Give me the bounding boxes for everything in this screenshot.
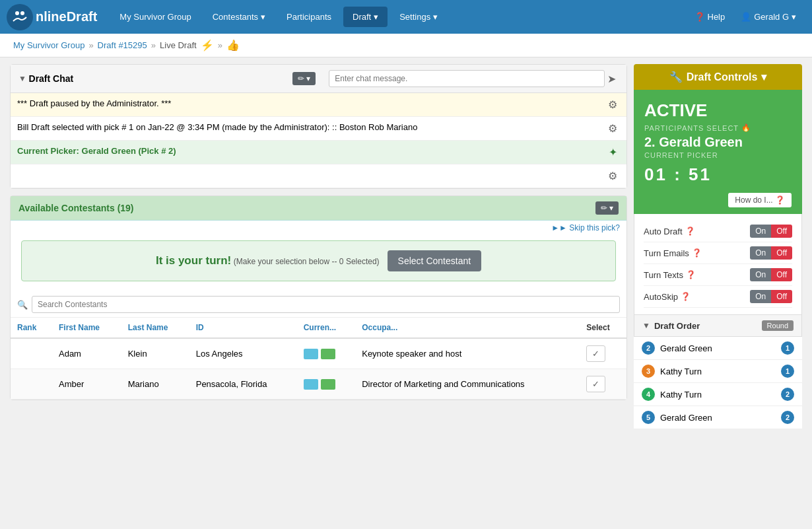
help-icon[interactable]: ❓ xyxy=(681,292,691,301)
draft-order-item: 2 Gerald Green 1 xyxy=(634,337,802,360)
round-badge: Round xyxy=(762,320,794,331)
message-settings-button[interactable]: ⚙ xyxy=(605,122,620,135)
chat-toolbar: ✏ ▾ xyxy=(292,72,316,85)
draft-controls-header[interactable]: 🔧 Draft Controls ▾ xyxy=(634,64,802,90)
search-input[interactable] xyxy=(32,296,620,313)
order-name: Gerald Green xyxy=(660,413,781,423)
autoskip-label: AutoSkip ❓ xyxy=(644,292,750,302)
fire-icon: 🔥 xyxy=(741,123,751,132)
col-id[interactable]: ID xyxy=(189,318,297,338)
order-num-2: 2 xyxy=(642,341,655,355)
chat-message-text: Bill Draft selected with pick # 1 on Jan… xyxy=(17,122,605,132)
help-button[interactable]: ❓ Help xyxy=(694,12,725,22)
nav-draft[interactable]: Draft ▾ xyxy=(343,7,388,27)
cell-id: Pensacola, Florida xyxy=(189,369,297,400)
message-settings-button[interactable]: ✦ xyxy=(606,146,620,159)
draft-timer: 01 : 51 xyxy=(644,164,792,185)
breadcrumb-group-link[interactable]: My Survivor Group xyxy=(13,40,85,50)
auto-draft-label: Auto Draft ❓ xyxy=(644,227,750,236)
nav-settings[interactable]: Settings ▾ xyxy=(390,7,447,27)
select-check-button[interactable]: ✓ xyxy=(586,376,605,392)
logo-text: nlineDraft xyxy=(36,9,97,24)
help-icon[interactable]: ❓ xyxy=(685,227,695,236)
thumbs-up-icon[interactable]: 👍 xyxy=(226,39,240,52)
current-picker-label: CURRENT PICKER xyxy=(644,151,792,159)
camera-icon[interactable] xyxy=(304,379,318,390)
draft-order-header: ▼ Draft Order Round xyxy=(634,315,802,337)
contestants-edit-button[interactable]: ✏ ▾ xyxy=(595,201,619,215)
nav-my-survivor-group[interactable]: My Survivor Group xyxy=(110,7,200,27)
draft-chat-title: Draft Chat xyxy=(29,73,293,84)
skip-pick-link[interactable]: ►► Skip this pick? xyxy=(11,221,626,235)
autoskip-toggle: On Off xyxy=(750,290,792,303)
chat-send-button[interactable]: ➤ xyxy=(605,73,619,85)
svg-point-1 xyxy=(20,11,24,15)
how-do-button[interactable]: How do I... ❓ xyxy=(728,193,792,207)
turn-texts-off-button[interactable]: Off xyxy=(771,268,792,281)
chat-edit-button[interactable]: ✏ ▾ xyxy=(292,72,316,85)
collapse-arrow-icon[interactable]: ▼ xyxy=(642,321,650,330)
search-icon: 🔍 xyxy=(17,300,28,310)
col-current[interactable]: Curren... xyxy=(297,318,356,338)
select-contestant-button[interactable]: Select Contestant xyxy=(388,250,482,271)
breadcrumb-current: Live Draft xyxy=(160,40,197,50)
chat-message: *** Draft paused by the Administrator. *… xyxy=(11,93,626,117)
card-icon[interactable] xyxy=(321,349,335,359)
your-turn-content: It is your turn! (Make your selection be… xyxy=(156,254,380,267)
round-num: 2 xyxy=(781,411,794,424)
col-firstname[interactable]: First Name xyxy=(52,318,121,338)
cell-firstname: Amber xyxy=(52,369,121,400)
chat-message: Bill Draft selected with pick # 1 on Jan… xyxy=(11,117,626,141)
nav-participants[interactable]: Participants xyxy=(277,7,341,27)
auto-draft-off-button[interactable]: Off xyxy=(771,225,792,238)
turn-texts-on-button[interactable]: On xyxy=(750,268,771,281)
round-num: 1 xyxy=(781,341,794,355)
card-icon[interactable] xyxy=(321,379,335,390)
turn-emails-off-button[interactable]: Off xyxy=(771,246,792,260)
question-icon: ❓ xyxy=(694,12,705,22)
pencil-icon: ✏ xyxy=(601,203,607,213)
status-label: ACTIVE xyxy=(644,100,792,121)
how-do-row: How do I... ❓ xyxy=(644,188,792,207)
chevron-down-icon: ▾ xyxy=(261,12,265,22)
camera-icon[interactable] xyxy=(304,349,318,359)
cell-select: ✓ xyxy=(580,338,626,369)
autoskip-off-button[interactable]: Off xyxy=(771,290,792,303)
user-menu[interactable]: 👤 Gerald G ▾ xyxy=(731,7,805,27)
autoskip-on-button[interactable]: On xyxy=(750,290,771,303)
breadcrumb-sep2: » xyxy=(151,40,156,50)
svg-point-0 xyxy=(15,11,19,15)
message-settings-button[interactable]: ⚙ xyxy=(605,170,620,182)
turn-texts-toggle: On Off xyxy=(750,268,792,281)
contestants-header: Available Contestants (19) ✏ ▾ xyxy=(11,196,626,221)
table-row: Amber Mariano Pensacola, Florida Directo… xyxy=(11,369,626,400)
draft-chat-header: ▼ Draft Chat ✏ ▾ ➤ xyxy=(11,65,626,93)
your-turn-box: It is your turn! (Make your selection be… xyxy=(21,240,616,281)
your-turn-sub: (Make your selection below -- 0 Selected… xyxy=(234,257,380,266)
logo[interactable]: nlineDraft xyxy=(7,4,97,30)
col-lastname[interactable]: Last Name xyxy=(121,318,189,338)
chevron-down-icon: ▾ xyxy=(306,74,310,83)
chat-message-input[interactable] xyxy=(329,70,605,87)
col-select[interactable]: Select xyxy=(580,318,626,338)
col-rank[interactable]: Rank xyxy=(11,318,52,338)
select-check-button[interactable]: ✓ xyxy=(586,345,605,362)
cell-id: Los Angeles xyxy=(189,338,297,369)
auto-draft-on-button[interactable]: On xyxy=(750,225,771,238)
current-picker-text: Current Picker: Gerald Green (Pick # 2) xyxy=(17,146,606,156)
nav-contestants[interactable]: Contestants ▾ xyxy=(203,7,275,27)
draft-order-item: 3 Kathy Turn 1 xyxy=(634,360,802,383)
col-occupation[interactable]: Occupa... xyxy=(355,318,580,338)
order-num-3: 3 xyxy=(642,365,655,378)
turn-emails-on-button[interactable]: On xyxy=(750,246,771,260)
breadcrumb-sep3: » xyxy=(218,40,222,50)
collapse-arrow-icon[interactable]: ▼ xyxy=(18,74,26,83)
search-bar: 🔍 xyxy=(11,292,626,318)
wrench-icon: 🔧 xyxy=(669,71,683,83)
help-icon[interactable]: ❓ xyxy=(686,270,696,279)
chevron-down-icon: ▾ xyxy=(609,203,613,213)
draft-order-title: Draft Order xyxy=(654,321,758,331)
breadcrumb-draft-link[interactable]: Draft #15295 xyxy=(98,40,147,50)
message-settings-button[interactable]: ⚙ xyxy=(605,98,620,111)
help-icon[interactable]: ❓ xyxy=(692,248,702,258)
